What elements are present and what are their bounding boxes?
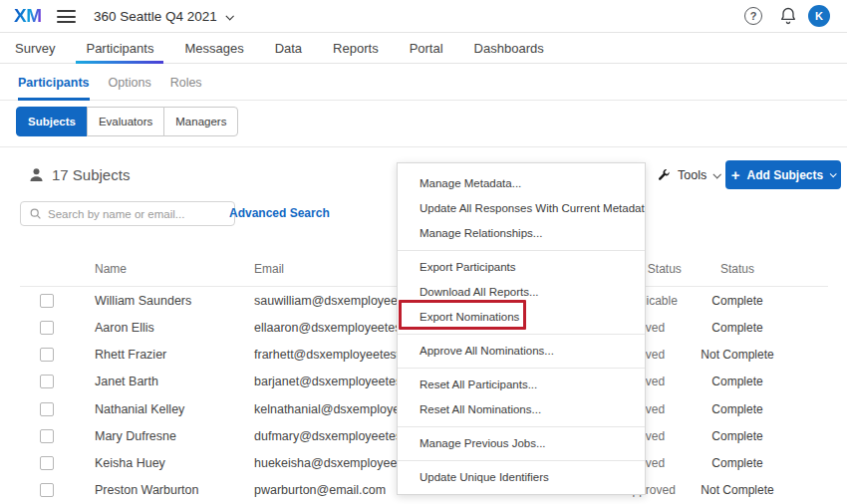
project-name: 360 Seattle Q4 2021	[94, 9, 217, 24]
subject-name: Janet Barth	[95, 375, 254, 388]
menu-group: Manage Previous Jobs...	[398, 426, 645, 460]
row-checkbox[interactable]	[40, 483, 54, 497]
tools-dropdown-menu: Manage Metadata... Update All Responses …	[397, 162, 646, 495]
subject-name: William Saunders	[95, 294, 254, 308]
menu-group: Approve All Nominations...	[398, 334, 645, 368]
advanced-search-link[interactable]: Advanced Search	[229, 206, 330, 220]
menu-item-update-all-responses[interactable]: Update All Responses With Current Metada…	[398, 196, 645, 221]
search-input[interactable]	[48, 208, 226, 220]
column-header-name[interactable]: Name	[95, 262, 127, 276]
menu-item-manage-metadata[interactable]: Manage Metadata...	[398, 171, 645, 196]
search-icon	[29, 207, 42, 220]
subject-name: Aaron Ellis	[95, 321, 254, 335]
subject-name: Rhett Frazier	[95, 348, 254, 362]
status: Not Complete	[688, 348, 787, 362]
hamburger-menu-icon[interactable]	[57, 10, 76, 23]
xm-logo: XM	[14, 5, 42, 27]
subject-count: 17 Subjects	[28, 166, 130, 183]
status: Complete	[688, 375, 787, 388]
user-avatar[interactable]: K	[808, 5, 830, 27]
tab-survey[interactable]: Survey	[15, 34, 55, 64]
subject-name: Mary Dufresne	[95, 429, 254, 443]
row-checkbox[interactable]	[40, 294, 54, 308]
row-checkbox[interactable]	[40, 429, 54, 443]
status: Complete	[688, 456, 787, 470]
section-divider	[0, 146, 847, 147]
menu-group: Export Participants Download All Reports…	[398, 250, 645, 334]
subtab-roles[interactable]: Roles	[170, 65, 202, 101]
status: Not Complete	[688, 483, 787, 497]
chevron-down-icon	[830, 170, 837, 177]
subject-name: Nathanial Kelley	[95, 402, 254, 416]
subtab-options[interactable]: Options	[109, 65, 151, 101]
chevron-down-icon	[225, 12, 233, 20]
plus-icon: +	[731, 167, 740, 182]
subject-name: Keisha Huey	[95, 456, 254, 470]
wrench-icon	[657, 168, 671, 182]
top-bar: XM 360 Seattle Q4 2021 ? K	[0, 0, 847, 33]
tab-managers[interactable]: Managers	[163, 107, 238, 136]
notifications-bell-icon[interactable]	[778, 6, 798, 26]
status: Complete	[688, 402, 787, 416]
row-checkbox[interactable]	[40, 402, 54, 416]
menu-group: Manage Metadata... Update All Responses …	[398, 163, 645, 250]
status: Complete	[688, 294, 787, 308]
subtab-participants[interactable]: Participants	[18, 65, 90, 101]
subject-count-label: 17 Subjects	[52, 166, 130, 183]
tab-participants[interactable]: Participants	[86, 34, 153, 64]
help-icon[interactable]: ?	[744, 7, 762, 25]
add-subjects-button[interactable]: + Add Subjects	[725, 160, 841, 189]
tools-button[interactable]: Tools	[657, 164, 719, 186]
sub-nav: Participants Options Roles	[0, 65, 847, 101]
row-checkbox[interactable]	[40, 456, 54, 470]
subject-name: Preston Warburton	[95, 483, 254, 497]
tab-dashboards[interactable]: Dashboards	[474, 34, 544, 64]
menu-item-export-participants[interactable]: Export Participants	[398, 255, 645, 280]
search-box	[20, 201, 235, 226]
row-checkbox[interactable]	[40, 348, 54, 362]
status: Complete	[688, 429, 787, 443]
menu-item-reset-all-nominations[interactable]: Reset All Nominations...	[398, 397, 645, 422]
project-switcher[interactable]: 360 Seattle Q4 2021	[94, 0, 232, 33]
main-nav: Survey Participants Messages Data Report…	[0, 34, 847, 64]
tab-messages[interactable]: Messages	[184, 34, 243, 64]
menu-item-reset-all-participants[interactable]: Reset All Participants...	[398, 373, 645, 397]
app-window: XM 360 Seattle Q4 2021 ? K Survey Partic…	[0, 0, 847, 504]
add-subjects-label: Add Subjects	[747, 168, 824, 182]
menu-group: Update Unique Identifiers	[398, 460, 645, 494]
menu-item-manage-previous-jobs[interactable]: Manage Previous Jobs...	[398, 431, 645, 456]
row-checkbox[interactable]	[40, 321, 54, 335]
tab-subjects[interactable]: Subjects	[16, 107, 88, 136]
menu-item-download-all-reports[interactable]: Download All Reports...	[398, 280, 645, 305]
menu-item-manage-relationships[interactable]: Manage Relationships...	[398, 221, 645, 246]
tab-evaluators[interactable]: Evaluators	[87, 107, 164, 136]
menu-item-update-unique-identifiers[interactable]: Update Unique Identifiers	[398, 465, 645, 490]
tools-label: Tools	[678, 168, 706, 182]
tab-reports[interactable]: Reports	[333, 34, 379, 64]
status: Complete	[688, 321, 787, 335]
menu-group: Reset All Participants... Reset All Nomi…	[398, 368, 645, 426]
column-header-status[interactable]: Status	[688, 262, 787, 276]
tab-data[interactable]: Data	[275, 34, 302, 64]
menu-item-export-nominations[interactable]: Export Nominations	[398, 305, 645, 330]
column-header-email[interactable]: Email	[254, 262, 284, 276]
chevron-down-icon	[713, 170, 721, 178]
participant-type-tabs: Subjects Evaluators Managers	[16, 107, 238, 136]
person-icon	[28, 166, 45, 183]
tab-portal[interactable]: Portal	[410, 34, 443, 64]
menu-item-approve-all-nominations[interactable]: Approve All Nominations...	[398, 339, 645, 364]
row-checkbox[interactable]	[40, 375, 54, 388]
